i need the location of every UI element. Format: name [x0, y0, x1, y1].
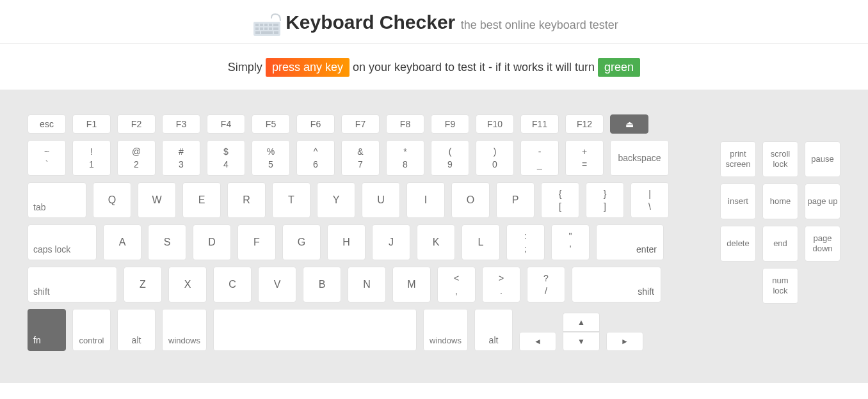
key-backslash[interactable]: |\	[631, 182, 669, 218]
key-y[interactable]: Y	[317, 182, 355, 218]
key-tab[interactable]: tab	[28, 182, 86, 218]
key-left-bracket[interactable]: {[	[541, 182, 579, 218]
key-0[interactable]: )0	[476, 140, 514, 176]
key-f9[interactable]: F9	[431, 114, 469, 134]
key-caps-lock[interactable]: caps lock	[28, 224, 97, 260]
key-c[interactable]: C	[213, 267, 252, 302]
key-f10[interactable]: F10	[476, 114, 514, 134]
key-n[interactable]: N	[348, 267, 386, 302]
key-z[interactable]: Z	[124, 267, 162, 302]
key-right-shift[interactable]: shift	[572, 267, 661, 302]
key-3[interactable]: #3	[162, 140, 200, 176]
key-arrow-down[interactable]: ▼	[563, 332, 600, 351]
key-p[interactable]: P	[496, 182, 534, 218]
key-7[interactable]: &7	[341, 140, 380, 176]
key-right-alt[interactable]: alt	[474, 309, 513, 351]
key-f4[interactable]: F4	[207, 114, 245, 134]
key-print-screen[interactable]: print screen	[720, 141, 756, 177]
key-x[interactable]: X	[168, 267, 207, 302]
main-keyboard: esc F1 F2 F3 F4 F5 F6 F7 F8 F9 F10 F11 F…	[28, 114, 669, 351]
key-v[interactable]: V	[258, 267, 296, 302]
key-page-up[interactable]: page up	[805, 184, 840, 219]
key-l[interactable]: L	[462, 224, 500, 260]
key-i[interactable]: I	[406, 182, 445, 218]
key-backtick[interactable]: ~ `	[28, 140, 66, 176]
key-quote[interactable]: "'	[551, 224, 590, 260]
key-6[interactable]: ^6	[296, 140, 335, 176]
key-right-windows[interactable]: windows	[423, 309, 468, 351]
key-f7[interactable]: F7	[341, 114, 380, 134]
key-fn[interactable]: fn	[28, 309, 66, 351]
key-arrow-left[interactable]: ◄	[519, 332, 556, 351]
key-right-bracket[interactable]: }]	[586, 182, 624, 218]
key-e[interactable]: E	[182, 182, 221, 218]
key-scroll-lock[interactable]: scroll lock	[762, 141, 798, 177]
key-end[interactable]: end	[762, 226, 798, 262]
key-arrow-up[interactable]: ▲	[563, 313, 600, 332]
arrow-cluster: ◄ ▲ ▼ ►	[519, 309, 643, 351]
key-backspace[interactable]: backspace	[610, 140, 669, 176]
key-insert[interactable]: insert	[720, 184, 756, 219]
key-comma[interactable]: <,	[437, 267, 476, 302]
key-h[interactable]: H	[327, 224, 366, 260]
key-left-shift[interactable]: shift	[28, 267, 117, 302]
key-4[interactable]: $4	[207, 140, 245, 176]
key-f5[interactable]: F5	[252, 114, 290, 134]
svg-rect-6	[255, 27, 259, 30]
key-f2[interactable]: F2	[117, 114, 156, 134]
key-d[interactable]: D	[193, 224, 231, 260]
key-5[interactable]: %5	[252, 140, 290, 176]
svg-rect-11	[255, 31, 260, 34]
key-delete[interactable]: delete	[720, 226, 756, 262]
key-left-control[interactable]: control	[72, 309, 111, 351]
key-f6[interactable]: F6	[296, 114, 335, 134]
key-left-windows[interactable]: windows	[162, 309, 207, 351]
key-period[interactable]: >.	[482, 267, 520, 302]
key-a[interactable]: A	[103, 224, 141, 260]
key-eject[interactable]: ⏏	[610, 114, 648, 134]
key-left-alt[interactable]: alt	[117, 309, 156, 351]
press-any-key-badge: press any key	[266, 58, 350, 77]
header: Keyboard Checker the best online keyboar…	[0, 0, 868, 44]
key-f11[interactable]: F11	[520, 114, 559, 134]
key-space[interactable]	[213, 309, 417, 351]
key-arrow-right[interactable]: ►	[606, 332, 643, 351]
key-f12[interactable]: F12	[565, 114, 604, 134]
page-title: Keyboard Checker	[285, 12, 455, 33]
key-b[interactable]: B	[303, 267, 341, 302]
instructions-mid: on your keyboard to test it - if it work…	[353, 61, 598, 74]
key-t[interactable]: T	[272, 182, 310, 218]
key-m[interactable]: M	[392, 267, 431, 302]
instructions-pre: Simply	[228, 61, 266, 74]
key-pause[interactable]: pause	[805, 141, 840, 177]
key-equals[interactable]: +=	[565, 140, 604, 176]
key-u[interactable]: U	[362, 182, 400, 218]
key-r[interactable]: R	[227, 182, 266, 218]
key-enter[interactable]: enter	[596, 224, 664, 260]
key-home[interactable]: home	[762, 184, 798, 219]
key-j[interactable]: J	[372, 224, 410, 260]
key-1[interactable]: !1	[72, 140, 111, 176]
key-esc[interactable]: esc	[28, 114, 66, 134]
key-page-down[interactable]: page down	[805, 226, 840, 262]
key-f3[interactable]: F3	[162, 114, 200, 134]
key-o[interactable]: O	[451, 182, 490, 218]
key-k[interactable]: K	[417, 224, 455, 260]
key-2[interactable]: @2	[117, 140, 156, 176]
key-minus[interactable]: -_	[520, 140, 559, 176]
key-w[interactable]: W	[138, 182, 176, 218]
svg-rect-7	[260, 27, 263, 30]
key-slash[interactable]: ?/	[527, 267, 565, 302]
key-9[interactable]: (9	[431, 140, 469, 176]
key-f[interactable]: F	[237, 224, 276, 260]
key-f8[interactable]: F8	[386, 114, 424, 134]
svg-rect-3	[264, 24, 268, 26]
key-semicolon[interactable]: :;	[506, 224, 545, 260]
key-g[interactable]: G	[282, 224, 321, 260]
key-num-lock[interactable]: num lock	[762, 268, 798, 304]
key-q[interactable]: Q	[93, 182, 131, 218]
key-8[interactable]: *8	[386, 140, 424, 176]
key-s[interactable]: S	[148, 224, 186, 260]
svg-rect-9	[269, 27, 272, 30]
key-f1[interactable]: F1	[72, 114, 111, 134]
